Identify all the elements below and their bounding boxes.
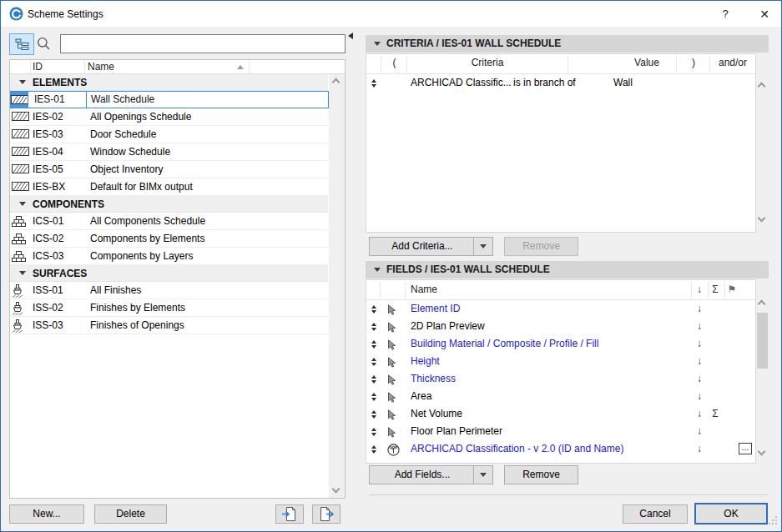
scroll-up-icon[interactable] [758, 83, 766, 91]
row-drag-handle-icon [370, 79, 377, 88]
sort-arrow-icon[interactable]: ↓ [694, 370, 705, 388]
collapse-icon [374, 42, 381, 46]
sort-arrow-icon[interactable]: ↓ [694, 423, 705, 440]
scheme-row[interactable]: ISS-03Finishes of Openings [10, 317, 328, 334]
tree-view-toggle-button[interactable] [9, 33, 34, 55]
scheme-list-scrollbar[interactable] [329, 74, 345, 499]
add-criteria-dropdown[interactable] [473, 238, 492, 255]
scroll-up-icon[interactable] [332, 78, 341, 87]
sum-icon[interactable]: Σ [709, 405, 721, 423]
field-row[interactable]: Element ID↓ [366, 300, 755, 318]
column-header-id[interactable]: ID [33, 61, 43, 73]
scheme-row[interactable]: ICS-01All Components Schedule [10, 213, 328, 230]
field-row[interactable]: Area↓ [366, 388, 755, 405]
import-scheme-button[interactable] [275, 504, 304, 524]
search-input[interactable] [60, 34, 346, 53]
field-row[interactable]: Net Volume↓Σ [366, 405, 755, 423]
flag-column-icon[interactable]: ⚑ [726, 284, 738, 295]
add-fields-dropdown[interactable] [473, 466, 492, 484]
field-row[interactable]: 2D Plan Preview↓ [366, 318, 755, 335]
scheme-id-cell[interactable]: IES-01 [28, 91, 87, 108]
chevron-down-icon [480, 244, 487, 248]
field-name[interactable]: Floor Plan Perimeter [411, 423, 502, 440]
field-row[interactable]: Thickness↓ [366, 370, 755, 388]
close-button[interactable]: ✕ [754, 5, 774, 23]
sort-arrow-icon[interactable]: ↓ [694, 318, 705, 335]
criteria-row[interactable]: ARCHICAD Classific...is in branch ofWall [366, 74, 755, 92]
scheme-row[interactable]: IES-04Window Schedule [10, 143, 328, 161]
column-header-paren-open[interactable]: ( [381, 57, 407, 68]
more-options-button[interactable]: ... [739, 443, 752, 454]
field-name[interactable]: Height [411, 353, 440, 370]
row-drag-handle-icon [370, 410, 377, 419]
group-header-components[interactable]: COMPONENTS [10, 196, 328, 213]
criteria-name[interactable]: ARCHICAD Classific... [411, 74, 512, 92]
cancel-button[interactable]: Cancel [623, 504, 688, 524]
column-header-name[interactable]: Name [88, 61, 114, 73]
scheme-row[interactable]: IES-01Wall Schedule [10, 91, 328, 108]
sort-arrow-icon[interactable]: ↓ [694, 300, 705, 318]
column-header-name[interactable]: Name [411, 284, 437, 295]
column-header-andor[interactable]: and/or [710, 57, 755, 68]
scroll-down-icon[interactable] [332, 485, 341, 494]
fields-scrollbar[interactable] [756, 279, 769, 464]
fields-section-header[interactable]: FIELDS / IES-01 WALL SCHEDULE [366, 261, 769, 279]
add-criteria-label[interactable]: Add Criteria... [370, 238, 475, 255]
scheme-row[interactable]: ISS-01All Finishes [10, 282, 328, 299]
scheme-row[interactable]: ISS-02Finishes by Elements [10, 299, 328, 317]
column-header-value[interactable]: Value [617, 57, 677, 68]
sort-arrow-icon[interactable]: ↓ [694, 353, 705, 370]
scheme-row[interactable]: IES-02All Openings Schedule [10, 108, 328, 126]
scrollbar-thumb[interactable] [757, 313, 768, 369]
group-header-surfaces[interactable]: SURFACES [10, 265, 328, 282]
field-name[interactable]: Building Material / Composite / Profile … [411, 335, 598, 353]
export-scheme-button[interactable] [312, 504, 341, 524]
field-name[interactable]: Element ID [411, 300, 460, 318]
add-criteria-button[interactable]: Add Criteria... [369, 237, 493, 256]
field-row[interactable]: ARCHICAD Classification - v 2.0 (ID and … [366, 440, 755, 458]
field-name[interactable]: Net Volume [411, 405, 462, 423]
field-name[interactable]: ARCHICAD Classification - v 2.0 (ID and … [411, 440, 623, 458]
scheme-row[interactable]: IES-03Door Schedule [10, 126, 328, 143]
resize-grip[interactable] [769, 516, 778, 528]
column-header-criteria[interactable]: Criteria [407, 57, 568, 68]
scheme-row[interactable]: IES-BXDefault for BIMx output [10, 178, 328, 196]
field-row[interactable]: Floor Plan Perimeter↓ [366, 423, 755, 440]
scroll-down-icon[interactable] [758, 214, 766, 223]
delete-button[interactable]: Delete [94, 504, 167, 524]
group-header-elements[interactable]: ELEMENTS [10, 74, 328, 91]
criteria-scrollbar[interactable] [756, 53, 769, 233]
remove-field-button[interactable]: Remove [504, 465, 578, 484]
sort-column-icon[interactable]: ↓ [694, 284, 705, 295]
add-fields-button[interactable]: Add Fields... [369, 465, 493, 484]
scroll-up-icon[interactable] [758, 300, 766, 309]
scroll-down-icon[interactable] [758, 448, 766, 456]
new-button[interactable]: New... [9, 504, 84, 524]
field-name[interactable]: Thickness [411, 370, 456, 388]
scheme-row[interactable]: ICS-02Components by Elements [10, 230, 328, 248]
title-bar[interactable]: Scheme Settings ? ✕ [1, 1, 781, 27]
column-header-paren-close[interactable]: ) [677, 57, 710, 68]
criteria-section-header[interactable]: CRITERIA / IES-01 WALL SCHEDULE [366, 35, 769, 53]
field-name[interactable]: 2D Plan Preview [411, 318, 485, 335]
criteria-operator[interactable]: is in branch of [513, 74, 576, 92]
field-row[interactable]: Building Material / Composite / Profile … [366, 335, 755, 353]
add-fields-label[interactable]: Add Fields... [370, 466, 475, 484]
help-button[interactable]: ? [715, 5, 735, 23]
scheme-id: ISS-03 [33, 317, 63, 334]
sort-arrow-icon[interactable]: ↓ [694, 388, 705, 405]
scheme-row[interactable]: ICS-03Components by Layers [10, 248, 328, 265]
sort-arrow-icon[interactable]: ↓ [694, 405, 705, 423]
criteria-value[interactable]: Wall [613, 74, 633, 92]
scheme-name-cell[interactable]: Wall Schedule [86, 91, 329, 108]
sort-arrow-icon[interactable]: ↓ [694, 440, 705, 458]
sort-arrow-icon[interactable]: ↓ [694, 335, 705, 353]
ok-button[interactable]: OK [694, 503, 768, 524]
field-row[interactable]: Height↓ [366, 353, 755, 370]
scheme-id: IES-04 [33, 143, 63, 160]
sum-column-icon[interactable]: Σ [709, 284, 721, 295]
fields-table: Name ↓ Σ ⚑ Element ID↓2D Plan Preview↓Bu… [366, 279, 756, 464]
field-name[interactable]: Area [411, 388, 431, 405]
scheme-row[interactable]: IES-05Object Inventory [10, 161, 328, 178]
panel-collapse-icon[interactable] [348, 33, 353, 39]
